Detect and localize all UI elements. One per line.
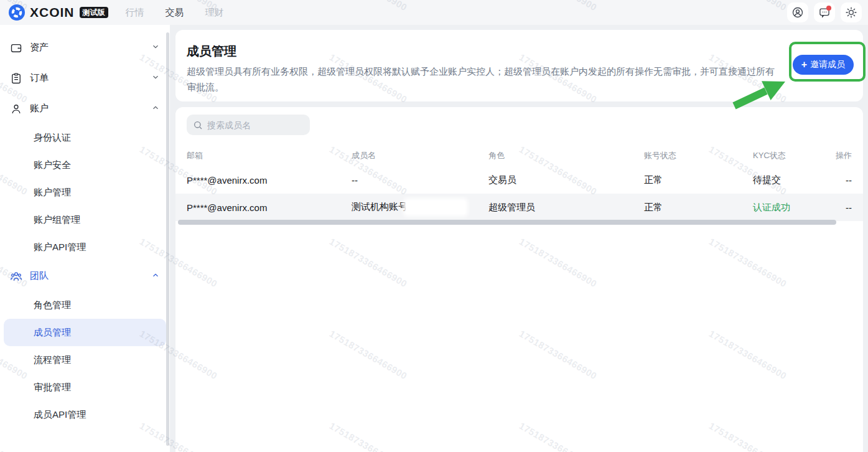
- brand: XCOIN 测试版: [9, 4, 108, 21]
- sidebar-item-workflow-management[interactable]: 流程管理: [4, 346, 166, 374]
- member-name: --: [352, 175, 488, 186]
- table-row[interactable]: P****@avenirx.com -- 交易员 正常 待提交 --: [175, 166, 863, 194]
- sidebar-group-label: 账户: [30, 103, 49, 115]
- page-header-card: 成员管理 超级管理员具有所有业务权限，超级管理员权限将默认赋予企业账户实控人；超…: [175, 30, 863, 101]
- col-account-status: 账号状态: [644, 150, 753, 161]
- sidebar-item-member-api[interactable]: 成员API管理: [4, 401, 166, 428]
- invite-member-button[interactable]: + 邀请成员: [793, 55, 854, 75]
- sidebar-item-approval-management[interactable]: 审批管理: [4, 374, 166, 401]
- wallet-icon: [10, 42, 22, 54]
- col-kyc-status: KYC状态: [753, 150, 824, 161]
- invite-member-label: 邀请成员: [810, 59, 845, 70]
- table-row[interactable]: P****@avenirx.com 测试机构账号2 超级管理员 正常 认证成功 …: [175, 194, 863, 221]
- top-nav: 行情 交易 理财: [126, 7, 224, 19]
- chevron-up-icon: [151, 103, 160, 114]
- sidebar-item-account-group[interactable]: 账户组管理: [4, 206, 166, 233]
- member-role: 超级管理员: [488, 202, 644, 214]
- member-search[interactable]: [187, 115, 310, 135]
- sidebar-item-account-security[interactable]: 账户安全: [4, 151, 166, 179]
- sun-icon: [845, 6, 857, 19]
- order-icon: [10, 72, 22, 85]
- col-member-name: 成员名: [352, 150, 488, 161]
- member-name: 测试机构账号2: [352, 200, 488, 214]
- sidebar-item-role-management[interactable]: 角色管理: [4, 291, 166, 319]
- sidebar-item-member-management[interactable]: 成员管理: [4, 319, 166, 346]
- kyc-status: 待提交: [753, 174, 824, 186]
- sidebar-item-account-api[interactable]: 账户API管理: [4, 233, 166, 261]
- member-role: 交易员: [488, 174, 644, 186]
- table-header-row: 邮箱 成员名 角色 账号状态 KYC状态 操作: [187, 148, 852, 163]
- sidebar-group-assets[interactable]: 资产: [0, 32, 170, 63]
- col-email: 邮箱: [187, 150, 352, 161]
- sidebar-group-label: 资产: [30, 42, 49, 54]
- nav-trade[interactable]: 交易: [166, 7, 184, 19]
- topbar: XCOIN 测试版 行情 交易 理财: [0, 0, 868, 25]
- xcoin-logo-icon: [9, 4, 25, 21]
- chevron-up-icon: [151, 271, 160, 281]
- search-icon: [193, 120, 203, 130]
- row-actions: --: [824, 202, 852, 213]
- nav-markets[interactable]: 行情: [126, 7, 144, 19]
- redaction-blur: [406, 200, 465, 214]
- plus-icon: +: [801, 60, 807, 70]
- topbar-actions: [787, 2, 862, 22]
- team-icon: [10, 270, 22, 283]
- sidebar-group-label: 订单: [30, 72, 49, 84]
- account-status: 正常: [644, 174, 753, 186]
- sidebar-group-account[interactable]: 账户: [0, 93, 170, 124]
- col-role: 角色: [488, 150, 644, 161]
- col-actions: 操作: [824, 150, 852, 161]
- row-actions: --: [824, 175, 852, 186]
- sidebar-item-identity[interactable]: 身份认证: [4, 124, 166, 151]
- brand-name: XCOIN: [30, 5, 75, 20]
- nav-earn[interactable]: 理财: [205, 7, 224, 19]
- sidebar-item-account-management[interactable]: 账户管理: [4, 179, 166, 206]
- member-email: P****@avenirx.com: [187, 202, 352, 213]
- sidebar-scrollbar[interactable]: [166, 32, 169, 446]
- horizontal-scrollbar[interactable]: [178, 220, 836, 225]
- user-icon: [791, 6, 804, 19]
- search-input[interactable]: [207, 120, 301, 130]
- account-button[interactable]: [787, 2, 808, 22]
- env-badge: 测试版: [80, 7, 108, 18]
- chevron-down-icon: [151, 73, 160, 83]
- sidebar-group-orders[interactable]: 订单: [0, 63, 170, 93]
- sidebar-group-label: 团队: [30, 270, 49, 282]
- chevron-down-icon: [151, 42, 160, 53]
- sidebar: 资产 订单 账户 身份认证 账户安全 账户管理: [0, 25, 170, 452]
- sidebar-group-team[interactable]: 团队: [0, 261, 170, 291]
- messages-button[interactable]: [814, 2, 835, 22]
- person-icon: [10, 103, 22, 115]
- member-email: P****@avenirx.com: [187, 175, 352, 186]
- page-description: 超级管理员具有所有业务权限，超级管理员权限将默认赋予企业账户实控人；超级管理员在…: [187, 64, 777, 95]
- notification-dot: [826, 6, 831, 11]
- theme-button[interactable]: [841, 2, 862, 22]
- member-table-card: 邮箱 成员名 角色 账号状态 KYC状态 操作 P****@avenirx.co…: [175, 107, 863, 452]
- kyc-status: 认证成功: [753, 202, 824, 214]
- page-title: 成员管理: [187, 44, 852, 59]
- account-status: 正常: [644, 202, 753, 214]
